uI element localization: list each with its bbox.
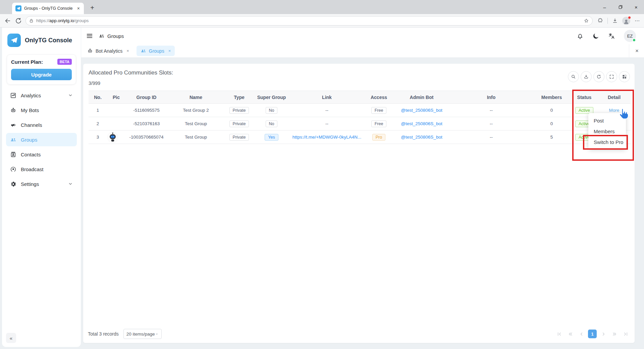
browser-reload-icon[interactable] xyxy=(15,17,22,24)
browser-tabstrip: Groups - OnlyTG Console × + – × xyxy=(0,0,644,14)
cell-super-group: Yes xyxy=(254,131,289,144)
window-close-button[interactable]: × xyxy=(628,0,644,14)
breadcrumb: Groups xyxy=(99,33,124,39)
beta-badge: BETA xyxy=(57,59,72,65)
sidebar-item-label: My Bots xyxy=(21,107,39,113)
cell-no: 2 xyxy=(89,117,107,131)
browser-toolbar: https://app.onlytg.io/groups ⋯ xyxy=(0,14,644,28)
chevron-down-icon xyxy=(68,93,73,98)
cell-info: -- xyxy=(450,117,532,131)
fullscreen-button[interactable] xyxy=(606,71,617,82)
tab-close-icon[interactable]: × xyxy=(168,48,171,53)
table-header-row: No. Pic Group ID Name Type Super Group L… xyxy=(89,91,631,104)
first-page-button[interactable] xyxy=(555,330,564,338)
sidebar-item-broadcast[interactable]: Broadcast xyxy=(6,162,77,176)
cell-members: 0 xyxy=(532,117,571,131)
sidebar-item-groups[interactable]: Groups xyxy=(6,133,77,146)
cell-super-group: No xyxy=(254,117,289,131)
type-badge: Private xyxy=(229,120,249,127)
column-settings-button[interactable] xyxy=(619,71,630,82)
url-host: app.onlytg.io xyxy=(49,18,74,23)
bookmark-star-icon[interactable] xyxy=(584,18,589,23)
sidebar-item-analytics[interactable]: Analytics xyxy=(6,89,77,102)
tab-label: Bot Analytics xyxy=(96,48,122,54)
user-avatar[interactable]: EZ xyxy=(624,30,636,42)
megaphone-icon xyxy=(10,122,16,128)
page-size-select[interactable]: 20 items/page xyxy=(123,329,162,339)
robot-icon xyxy=(10,107,16,113)
sidebar-item-contacts[interactable]: Contacts xyxy=(6,148,77,161)
sidebar-item-channels[interactable]: Channels xyxy=(6,118,77,132)
back-5-pages-button[interactable] xyxy=(566,330,575,338)
upgrade-button[interactable]: Upgrade xyxy=(11,69,72,80)
address-bar[interactable]: https://app.onlytg.io/groups xyxy=(25,16,593,26)
more-link[interactable]: More xyxy=(609,108,620,113)
groups-panel: Allocated Pro Communities Slots: 3/999 xyxy=(83,64,635,343)
tabbar-close-all-icon[interactable]: × xyxy=(629,44,639,57)
cell-members: 5 xyxy=(532,131,571,144)
last-page-button[interactable] xyxy=(621,330,630,338)
language-translate-icon[interactable] xyxy=(608,33,615,40)
sidebar-item-label: Settings xyxy=(21,181,39,187)
tab-groups[interactable]: Groups × xyxy=(137,46,175,56)
groups-icon xyxy=(141,48,146,54)
browser-back-icon[interactable] xyxy=(4,17,11,24)
cell-admin-bot: @test_250806S_bot xyxy=(393,104,450,117)
browser-profile-avatar[interactable] xyxy=(622,17,630,25)
cell-group-id: -5116095575 xyxy=(125,104,167,117)
admin-bot-link[interactable]: @test_250806S_bot xyxy=(401,108,442,113)
page-number-button[interactable]: 1 xyxy=(588,330,597,338)
search-button[interactable] xyxy=(568,71,579,82)
menu-item-post[interactable]: Post xyxy=(588,115,626,126)
tab-bot-analytics[interactable]: Bot Analytics × xyxy=(85,46,131,56)
cell-type: Private xyxy=(224,104,254,117)
browser-menu-icon[interactable]: ⋯ xyxy=(635,18,640,24)
notifications-bell-icon[interactable] xyxy=(577,33,584,40)
cell-group-id: -5210376163 xyxy=(125,117,167,131)
invite-link[interactable]: https://t.me/+MDWGW-0kyLA4N... xyxy=(292,135,362,140)
column-header-group-id: Group ID xyxy=(125,91,167,104)
extensions-icon[interactable] xyxy=(597,18,603,23)
type-badge: Private xyxy=(229,107,249,114)
sidebar-item-label: Analytics xyxy=(21,93,41,98)
cell-access: Pro xyxy=(365,131,393,144)
browser-tab[interactable]: Groups - OnlyTG Console × xyxy=(12,3,84,14)
browser-tab-title: Groups - OnlyTG Console xyxy=(24,6,74,11)
admin-bot-link[interactable]: @test_250806S_bot xyxy=(401,121,442,126)
window-restore-button[interactable] xyxy=(612,0,628,14)
slots-count: 3/999 xyxy=(89,80,629,87)
downloads-icon[interactable] xyxy=(612,18,618,23)
admin-bot-link[interactable]: @test_250806S_bot xyxy=(401,135,442,140)
table-footer: Total 3 records 20 items/page 1 xyxy=(88,328,630,340)
sidebar-item-my-bots[interactable]: My Bots xyxy=(6,103,77,117)
dark-mode-moon-icon[interactable] xyxy=(592,33,599,40)
column-header-name: Name xyxy=(167,91,224,104)
groups-icon xyxy=(10,137,16,143)
new-tab-button[interactable]: + xyxy=(88,4,97,12)
plan-card: Current Plan: BETA Upgrade xyxy=(7,54,76,85)
sidebar-item-label: Broadcast xyxy=(21,166,44,172)
sidebar-collapse-button[interactable]: « xyxy=(6,333,16,343)
menu-item-switch-to-pro[interactable]: Switch to Pro xyxy=(588,137,626,147)
column-header-info: Info xyxy=(450,91,532,104)
export-download-button[interactable] xyxy=(581,71,592,82)
menu-item-members[interactable]: Members xyxy=(588,126,626,137)
cell-type: Private xyxy=(224,131,254,144)
detail-dropdown-menu: Post Members Switch to Pro xyxy=(588,113,626,149)
column-header-admin-bot: Admin Bot xyxy=(393,91,450,104)
sidebar-item-settings[interactable]: Settings xyxy=(6,177,77,191)
column-header-super-group: Super Group xyxy=(254,91,289,104)
hamburger-menu-icon[interactable] xyxy=(86,32,93,40)
forward-5-pages-button[interactable] xyxy=(610,330,619,338)
previous-page-button[interactable] xyxy=(577,330,586,338)
plan-label: Current Plan: xyxy=(11,59,43,65)
cell-name: Test Group xyxy=(167,131,224,144)
sidebar-item-label: Channels xyxy=(21,122,42,128)
next-page-button[interactable] xyxy=(599,330,608,338)
toolbar-divider xyxy=(607,18,608,24)
tab-close-icon[interactable]: × xyxy=(126,48,129,53)
refresh-button[interactable] xyxy=(593,71,604,82)
window-minimize-button[interactable]: – xyxy=(597,0,612,14)
tab-close-icon[interactable]: × xyxy=(76,6,80,11)
cell-access: Free xyxy=(365,104,393,117)
